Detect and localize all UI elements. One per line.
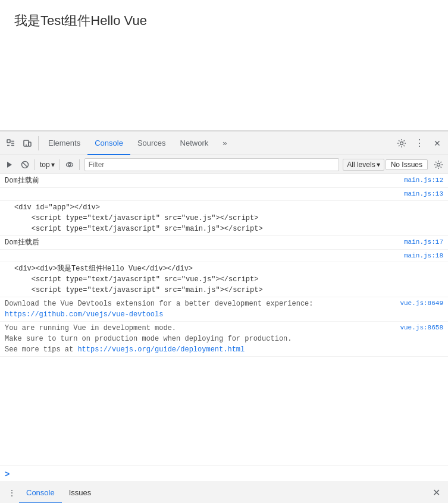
filter-input[interactable] xyxy=(84,158,340,171)
console-entry: main.js:13 xyxy=(0,188,448,201)
devtools-tabbar: Elements Console Sources Network » ⋮ ✕ xyxy=(0,131,448,155)
vue-devtools-link[interactable]: https://github.com/vuejs/vue-devtools xyxy=(5,310,163,319)
svg-point-14 xyxy=(437,163,440,166)
page-title: 我是Test组件Hello Vue xyxy=(14,12,434,30)
execute-context-icon[interactable] xyxy=(2,158,17,172)
tab-console[interactable]: Console xyxy=(87,131,130,155)
console-settings-icon[interactable] xyxy=(431,158,446,172)
source-link[interactable]: vue.js:8658 xyxy=(400,323,443,333)
console-separator-2 xyxy=(59,159,60,170)
console-entry: Dom挂载后 main.js:17 xyxy=(0,236,448,250)
block-icon[interactable] xyxy=(18,158,32,172)
devtools-actions: ⋮ ✕ xyxy=(393,135,446,152)
console-entry: main.js:18 xyxy=(0,250,448,263)
source-link[interactable]: main.js:18 xyxy=(404,251,443,261)
console-separator-3 xyxy=(79,159,80,170)
svg-line-11 xyxy=(23,162,27,167)
close-bottom-bar-button[interactable]: ✕ xyxy=(429,486,443,500)
source-link[interactable]: main.js:17 xyxy=(404,237,443,247)
console-separator-1 xyxy=(35,159,35,170)
tab-sources[interactable]: Sources xyxy=(130,131,173,155)
svg-point-13 xyxy=(68,164,71,166)
source-link[interactable]: main.js:12 xyxy=(404,175,443,186)
console-prompt-input[interactable] xyxy=(13,470,443,478)
settings-icon[interactable] xyxy=(393,135,410,152)
inspect-element-icon[interactable] xyxy=(2,135,19,152)
no-issues-badge: No Issues xyxy=(386,159,428,170)
source-link[interactable]: vue.js:8649 xyxy=(400,298,443,309)
console-toolbar: top ▾ All levels ▾ No Issues xyxy=(0,155,448,174)
tab-separator xyxy=(38,136,39,150)
source-link[interactable]: main.js:13 xyxy=(404,189,443,199)
svg-rect-6 xyxy=(29,142,31,146)
tab-more[interactable]: » xyxy=(215,131,234,155)
tab-network[interactable]: Network xyxy=(173,131,216,155)
console-entry-code: <div><div>我是Test组件Hello Vue</div></div> … xyxy=(0,262,448,297)
console-prompt: > xyxy=(0,465,448,482)
eye-icon[interactable] xyxy=(62,158,77,172)
bottom-menu-icon[interactable]: ⋮ xyxy=(5,486,19,500)
tab-elements[interactable]: Elements xyxy=(41,131,87,155)
svg-marker-9 xyxy=(7,162,12,168)
console-output: Dom挂载前 main.js:12 main.js:13 <div id="ap… xyxy=(0,174,448,465)
console-entry-vue-prod: You are running Vue in development mode.… xyxy=(0,322,448,357)
top-context-selector[interactable]: top ▾ xyxy=(37,159,57,170)
browser-page: 我是Test组件Hello Vue xyxy=(0,0,448,131)
levels-selector[interactable]: All levels ▾ xyxy=(343,159,384,171)
console-entry-code: <div id="app"></div> <script type="text/… xyxy=(0,201,448,236)
console-entry: Dom挂载前 main.js:12 xyxy=(0,174,448,188)
bottom-bar: ⋮ Console Issues ✕ xyxy=(0,482,448,503)
more-menu-icon[interactable]: ⋮ xyxy=(411,135,428,152)
bottom-tab-issues[interactable]: Issues xyxy=(62,482,99,504)
device-toggle-icon[interactable] xyxy=(19,135,36,152)
prompt-chevron-icon: > xyxy=(5,469,10,479)
bottom-tab-console[interactable]: Console xyxy=(19,482,62,504)
vue-deployment-link[interactable]: https://vuejs.org/guide/deployment.html xyxy=(77,345,245,354)
svg-rect-0 xyxy=(7,140,10,143)
devtools-panel: Elements Console Sources Network » ⋮ ✕ xyxy=(0,131,448,503)
close-devtools-button[interactable]: ✕ xyxy=(429,135,446,152)
console-entry-vue-tip: Download the Vue Devtools extension for … xyxy=(0,297,448,322)
svg-point-8 xyxy=(400,142,403,144)
